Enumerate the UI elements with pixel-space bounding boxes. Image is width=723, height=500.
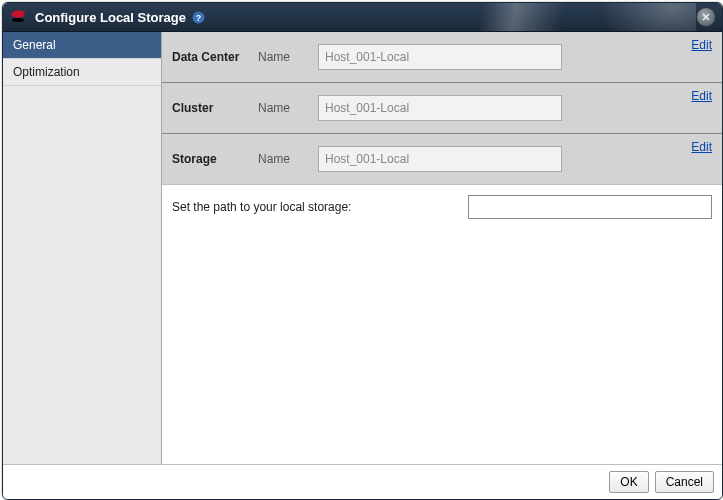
configure-local-storage-dialog: Configure Local Storage ? General Optimi… [2, 2, 723, 500]
row-storage: Storage Name Edit [162, 133, 722, 184]
sidebar: General Optimization [3, 32, 162, 464]
close-button[interactable] [696, 7, 716, 27]
row-field-label: Name [258, 101, 318, 115]
cancel-button[interactable]: Cancel [655, 471, 714, 493]
row-label: Cluster [172, 101, 258, 115]
path-row: Set the path to your local storage: [162, 185, 722, 219]
ok-button[interactable]: OK [609, 471, 648, 493]
row-label: Data Center [172, 50, 258, 64]
titlebar: Configure Local Storage ? [3, 3, 722, 32]
sidebar-item-optimization[interactable]: Optimization [3, 59, 161, 86]
row-cluster: Cluster Name Edit [162, 82, 722, 133]
help-icon[interactable]: ? [192, 10, 206, 24]
titlebar-decoration [216, 3, 696, 31]
dialog-body: General Optimization Data Center Name Ed… [3, 32, 722, 464]
storage-path-input[interactable] [468, 195, 712, 219]
dialog-footer: OK Cancel [3, 464, 722, 499]
brand-icon [9, 8, 27, 26]
edit-cluster-link[interactable]: Edit [691, 89, 712, 103]
entity-summary-block: Data Center Name Edit Cluster Name Edit … [162, 32, 722, 185]
edit-storage-link[interactable]: Edit [691, 140, 712, 154]
data-center-name-input [318, 44, 562, 70]
dialog-title: Configure Local Storage [35, 10, 186, 25]
sidebar-item-general[interactable]: General [3, 32, 161, 59]
sidebar-item-label: Optimization [13, 65, 80, 79]
svg-point-0 [12, 18, 24, 22]
svg-text:?: ? [196, 13, 202, 23]
row-label: Storage [172, 152, 258, 166]
storage-name-input [318, 146, 562, 172]
content-pane: Data Center Name Edit Cluster Name Edit … [162, 32, 722, 464]
cluster-name-input [318, 95, 562, 121]
edit-data-center-link[interactable]: Edit [691, 38, 712, 52]
row-data-center: Data Center Name Edit [162, 32, 722, 82]
row-field-label: Name [258, 50, 318, 64]
sidebar-item-label: General [13, 38, 56, 52]
row-field-label: Name [258, 152, 318, 166]
path-label: Set the path to your local storage: [172, 200, 351, 214]
